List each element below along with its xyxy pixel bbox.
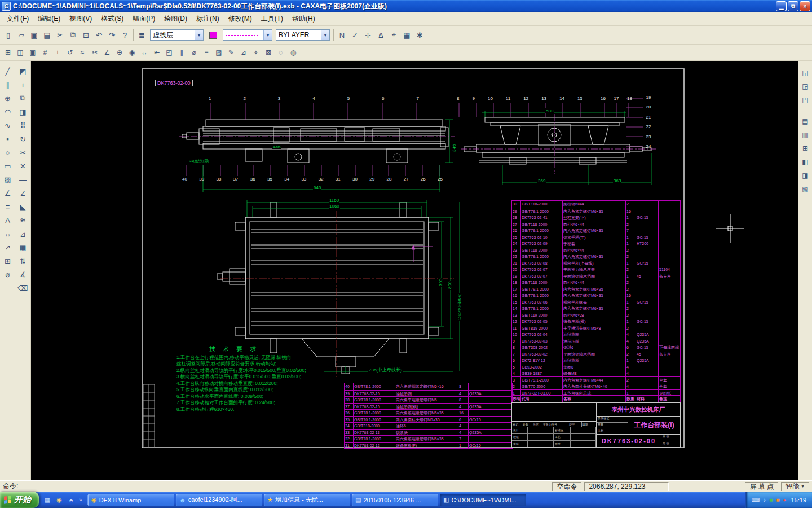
- quick-launch-overflow-icon[interactable]: »: [78, 497, 83, 503]
- donut-icon[interactable]: ◉: [126, 47, 138, 58]
- input-method-icon[interactable]: ⌨: [752, 497, 760, 503]
- style-panel-icon[interactable]: ◨: [799, 169, 811, 182]
- titleblock-icon[interactable]: ▣: [27, 47, 39, 58]
- stretch-tool-icon[interactable]: ≋: [16, 213, 30, 227]
- grid-icon[interactable]: ▦: [400, 29, 413, 41]
- menu-item[interactable]: 幅面(P): [128, 13, 160, 25]
- polyline-tool-icon[interactable]: ∠: [1, 186, 15, 200]
- taskbar-window-button[interactable]: ★ 增加信息 - 无忧...: [264, 494, 350, 506]
- chevron-down-icon[interactable]: ▼: [195, 30, 203, 40]
- settings-icon[interactable]: ✱: [413, 29, 426, 41]
- target-icon[interactable]: ⌖: [387, 29, 400, 41]
- library-panel-icon[interactable]: ▥: [799, 129, 811, 141]
- chevron-down-icon[interactable]: ▼: [321, 30, 329, 40]
- save-file-icon[interactable]: ▣: [28, 29, 41, 41]
- command-prompt[interactable]: 命令:: [3, 481, 549, 491]
- help-icon[interactable]: ?: [118, 29, 131, 41]
- drawing-canvas[interactable]: DK7763-02-00 1234567 89101112131415 1617…: [31, 61, 798, 480]
- mirror-tool-icon[interactable]: ◨: [16, 105, 30, 119]
- layers-icon[interactable]: ≡: [200, 47, 213, 58]
- ellipse-tool-icon[interactable]: ○: [1, 146, 15, 159]
- frame-settings-icon[interactable]: ⊞: [2, 47, 14, 58]
- point-icon[interactable]: +: [51, 47, 64, 58]
- erase-icon[interactable]: ⊠: [262, 47, 275, 58]
- linear-dim-icon[interactable]: ↔: [138, 47, 151, 58]
- rotate-view-icon[interactable]: ↺: [64, 47, 76, 58]
- multiline-tool-icon[interactable]: ≡: [1, 200, 15, 213]
- hatch-icon[interactable]: ▨: [213, 47, 225, 58]
- block-tool-icon[interactable]: ⊞: [1, 254, 15, 268]
- taskbar-window-button[interactable]: ☻ caofei1234902-阿...: [176, 494, 262, 506]
- fill-tool-icon[interactable]: ◩: [16, 64, 30, 78]
- snap-icon[interactable]: ⊹: [361, 29, 374, 41]
- color-picker-button[interactable]: [205, 29, 221, 41]
- chevron-down-icon[interactable]: ▼: [801, 483, 805, 491]
- grid-snap-icon[interactable]: #: [39, 47, 51, 58]
- taskbar-window-button[interactable]: ◉ DFX 8 Winamp: [88, 494, 174, 506]
- undo-icon[interactable]: ↶: [92, 29, 105, 41]
- linewidth-combo[interactable]: BYLAYER ▼: [276, 29, 330, 41]
- paste-icon[interactable]: ⊡: [80, 29, 92, 41]
- taskbar-window-button[interactable]: ▤ 20150105-123946-...: [352, 494, 438, 506]
- circle-icon[interactable]: ⊕: [113, 47, 126, 58]
- linetype-combo[interactable]: ▼: [223, 29, 272, 41]
- parallel-icon[interactable]: ∥: [175, 47, 188, 58]
- ortho-toggle-icon[interactable]: N: [336, 29, 348, 41]
- tile-windows-icon[interactable]: ◲: [799, 80, 811, 93]
- parallel-line-tool-icon[interactable]: ∥: [1, 78, 15, 91]
- winamp-icon[interactable]: ◉: [54, 495, 64, 505]
- redo-icon[interactable]: ↷: [105, 29, 118, 41]
- diameter-tool-icon[interactable]: ⌀: [1, 268, 15, 281]
- print-icon[interactable]: ▤: [41, 29, 54, 41]
- point-tool-icon[interactable]: ▪: [1, 132, 15, 146]
- offset-tool-icon[interactable]: ⇅: [16, 254, 30, 268]
- menu-item[interactable]: 文件(F): [2, 13, 33, 25]
- baseline-dim-icon[interactable]: ⇤: [151, 47, 163, 58]
- menu-item[interactable]: 绘图(D): [160, 13, 192, 25]
- copy-entity-tool-icon[interactable]: ⧉: [16, 91, 30, 105]
- text-tool-icon[interactable]: A: [1, 213, 15, 227]
- close-button[interactable]: ×: [800, 1, 810, 11]
- angle-tool-icon[interactable]: ∡: [16, 268, 30, 281]
- circle-tool-icon[interactable]: ⊕: [1, 91, 15, 105]
- leader-tool-icon[interactable]: ↗: [1, 240, 15, 254]
- volume-icon[interactable]: ♪: [763, 497, 766, 503]
- antivirus-icon[interactable]: ■: [769, 497, 773, 503]
- menu-item[interactable]: 视图(V): [65, 13, 96, 25]
- properties-panel-icon[interactable]: ▤: [799, 115, 811, 128]
- minimize-button[interactable]: ▁: [776, 1, 787, 11]
- snap-mode-combo[interactable]: 智能 ▼: [781, 482, 809, 491]
- chamfer-tool-icon[interactable]: ◣: [16, 200, 30, 213]
- scale-icon[interactable]: Δ: [374, 29, 387, 41]
- menu-item[interactable]: 编辑(E): [33, 13, 65, 25]
- arc-tool-icon[interactable]: ◠: [1, 105, 15, 119]
- grid-tool-icon[interactable]: ▦: [16, 240, 30, 254]
- validate-icon[interactable]: ✓: [348, 29, 361, 41]
- zoom-in-icon[interactable]: ◍: [287, 47, 299, 58]
- angle-dim-icon[interactable]: ∠: [101, 47, 113, 58]
- rectangle-tool-icon[interactable]: ▭: [1, 159, 15, 173]
- alert-icon[interactable]: ●: [783, 497, 786, 503]
- symbol-panel-icon[interactable]: ⊞: [799, 142, 811, 155]
- rotate-tool-icon[interactable]: ↻: [16, 132, 30, 146]
- move-tool-icon[interactable]: +: [16, 78, 30, 91]
- layer-combo[interactable]: 虚线层 ▼: [150, 29, 204, 41]
- toolbox-panel-icon[interactable]: ▧: [799, 183, 811, 195]
- zoom-tool-icon[interactable]: Z: [16, 186, 30, 200]
- delete-tool-icon[interactable]: ✕: [16, 159, 30, 173]
- new-file-icon[interactable]: ▯: [2, 29, 15, 41]
- start-button[interactable]: 开始: [0, 492, 39, 508]
- sketch-icon[interactable]: ✎: [225, 47, 237, 58]
- center-mark-icon[interactable]: ⌖: [250, 47, 262, 58]
- restore-button[interactable]: ⧉: [788, 1, 798, 11]
- menu-item[interactable]: 帮助(H): [288, 13, 320, 25]
- trim-icon[interactable]: ✂: [89, 47, 101, 58]
- menu-item[interactable]: 修改(M): [224, 13, 257, 25]
- diameter-dim-icon[interactable]: ⌀: [188, 47, 200, 58]
- line-tool-icon[interactable]: ╱: [1, 64, 15, 78]
- capture-mode[interactable]: 屏 幕 点: [745, 482, 778, 491]
- chamfer-icon[interactable]: ⊿: [237, 47, 250, 58]
- menu-item[interactable]: 工具(T): [257, 13, 288, 25]
- zoom-window-icon[interactable]: ◰: [163, 47, 175, 58]
- spline-icon[interactable]: ≈: [76, 47, 89, 58]
